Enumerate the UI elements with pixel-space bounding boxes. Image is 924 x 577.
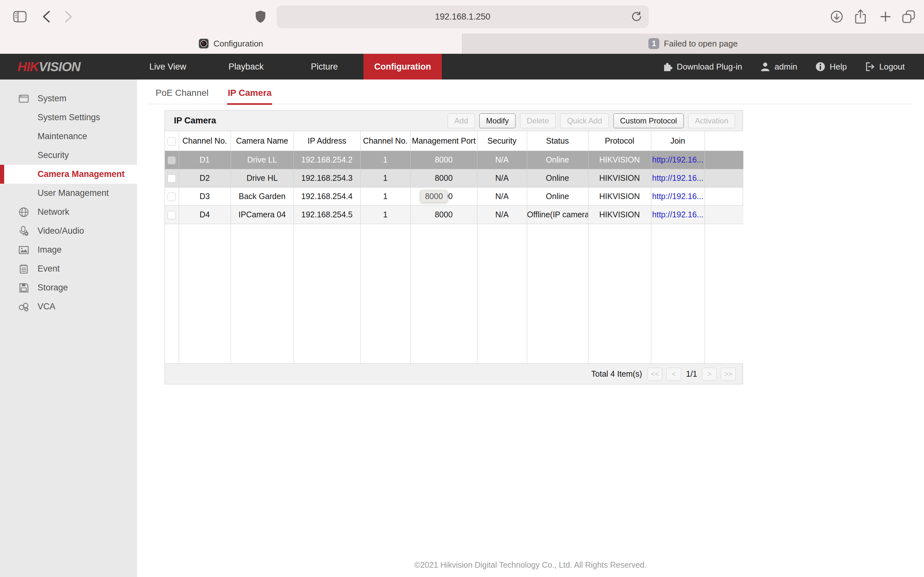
site-header: HIKVISION Live View Playback Picture Con…	[0, 54, 924, 79]
help-label: Help	[830, 62, 846, 72]
nav-live-view[interactable]: Live View	[129, 54, 207, 79]
sidebar-item-label: User Management	[37, 188, 109, 198]
total-items-label: Total 4 Item(s)	[591, 369, 642, 379]
sidebar-item-label: Maintenance	[37, 131, 87, 141]
select-all-checkbox[interactable]	[168, 137, 176, 145]
new-tab-icon[interactable]	[879, 10, 893, 24]
delete-button[interactable]: Delete	[520, 113, 556, 128]
logout-label: Logout	[879, 62, 905, 72]
download-plugin-button[interactable]: Download Plug-in	[662, 61, 742, 72]
sidebar-item-storage[interactable]: Storage	[0, 278, 137, 297]
user-icon	[760, 61, 771, 72]
nav-playback[interactable]: Playback	[207, 54, 285, 79]
sidebar-item-label: System	[37, 93, 66, 103]
logo-hik: HIK	[18, 60, 39, 74]
sidebar-item-security[interactable]: Security	[0, 146, 137, 165]
tab-overview-icon[interactable]	[901, 10, 916, 24]
back-icon[interactable]	[39, 10, 53, 24]
col-join: Join	[651, 131, 704, 151]
last-page-button[interactable]: >>	[721, 367, 736, 380]
ip-camera-table: Channel No. Camera Name IP Address Chann…	[165, 131, 743, 364]
user-menu[interactable]: admin	[760, 61, 797, 72]
tab-title: Configuration	[213, 39, 263, 49]
url-bar[interactable]: 192.168.1.250	[276, 5, 649, 28]
reload-icon[interactable]	[631, 11, 642, 23]
sidebar-item-camera-management[interactable]: Camera Management	[0, 165, 137, 184]
tab-configuration[interactable]: Configuration	[0, 34, 462, 53]
camera-link[interactable]: http://192.16...	[652, 210, 704, 219]
row-checkbox[interactable]	[168, 156, 176, 164]
empty-table-area	[165, 224, 743, 364]
sidebar-item-maintenance[interactable]: Maintenance	[0, 127, 137, 146]
table-row[interactable]: D2 Drive HL 192.168.254.3 1 8000 N/A Onl…	[165, 169, 743, 187]
system-icon	[18, 93, 29, 104]
sidebar-item-system-settings[interactable]: System Settings	[0, 108, 137, 127]
panel-header: IP Camera Add Modify Delete Quick Add Cu…	[165, 111, 743, 131]
forward-icon[interactable]	[61, 10, 76, 24]
ip-camera-panel: IP Camera Add Modify Delete Quick Add Cu…	[165, 110, 743, 384]
camera-link[interactable]: http://192.16...	[652, 192, 704, 201]
sidebar-item-image[interactable]: Image	[0, 240, 137, 259]
prev-page-button[interactable]: <	[666, 367, 681, 380]
activation-button[interactable]: Activation	[688, 113, 735, 128]
row-checkbox[interactable]	[168, 211, 176, 219]
table-row[interactable]: D1 Drive LL 192.168.254.2 1 8000 N/A Onl…	[165, 151, 743, 169]
col-ip-address: IP Address	[294, 131, 360, 151]
table-row[interactable]: D3 Back Garden 192.168.254.4 1 8000 N/A …	[165, 187, 743, 205]
plugin-icon	[662, 61, 672, 72]
help-button[interactable]: Help	[815, 61, 846, 72]
table-header-row: Channel No. Camera Name IP Address Chann…	[165, 131, 743, 151]
sidebar-item-user-management[interactable]: User Management	[0, 184, 137, 203]
sidebar-toggle-icon[interactable]	[13, 10, 27, 24]
col-channel-no-2: Channel No.	[360, 131, 410, 151]
event-icon	[18, 263, 29, 274]
tab-title: Failed to open page	[664, 39, 738, 49]
col-status: Status	[527, 131, 588, 151]
row-checkbox[interactable]	[168, 174, 176, 183]
col-security: Security	[477, 131, 527, 151]
add-button[interactable]: Add	[447, 113, 475, 128]
video-audio-icon	[18, 226, 29, 237]
nav-picture[interactable]: Picture	[285, 54, 363, 79]
header-actions: Download Plug-in admin Help Logout	[662, 54, 905, 79]
privacy-shield-icon[interactable]	[254, 10, 268, 24]
hikvision-logo: HIKVISION	[18, 54, 80, 79]
col-protocol: Protocol	[588, 131, 651, 151]
tab-ip-camera[interactable]: IP Camera	[227, 88, 272, 105]
tab-failed-page[interactable]: 1 Failed to open page	[462, 34, 924, 53]
modify-button[interactable]: Modify	[479, 113, 515, 128]
nav-configuration[interactable]: Configuration	[363, 54, 442, 79]
sidebar-item-label: Network	[37, 207, 69, 217]
browser-toolbar: 192.168.1.250	[0, 0, 924, 34]
first-page-button[interactable]: <<	[648, 367, 662, 380]
camera-link[interactable]: http://192.16...	[652, 155, 704, 164]
logout-icon	[865, 61, 875, 72]
logout-button[interactable]: Logout	[865, 61, 905, 72]
custom-protocol-button[interactable]: Custom Protocol	[614, 113, 684, 128]
info-icon	[815, 61, 825, 72]
row-checkbox[interactable]	[168, 193, 176, 201]
copyright-text: ©2021 Hikvision Digital Technology Co., …	[137, 560, 924, 570]
col-management-port: Management Port	[410, 131, 477, 151]
table-row[interactable]: D4 IPCamera 04 192.168.254.5 1 8000 N/A …	[165, 205, 743, 224]
next-page-button[interactable]: >	[702, 367, 717, 380]
panel-title: IP Camera	[174, 116, 216, 126]
url-text: 192.168.1.250	[435, 12, 491, 22]
tab-poe-channel[interactable]: PoE Channel	[155, 88, 209, 104]
sidebar-item-label: Storage	[37, 283, 68, 293]
sidebar-item-video-audio[interactable]: Video/Audio	[0, 221, 137, 240]
sidebar-item-network[interactable]: Network	[0, 203, 137, 221]
downloads-icon[interactable]	[830, 10, 844, 24]
sidebar-item-vca[interactable]: VCA	[0, 297, 137, 316]
network-icon	[18, 207, 29, 218]
quick-add-button[interactable]: Quick Add	[560, 113, 609, 128]
sidebar-item-system[interactable]: System	[0, 89, 137, 108]
col-camera-name: Camera Name	[231, 131, 294, 151]
camera-link[interactable]: http://192.16...	[652, 173, 704, 182]
share-icon[interactable]	[853, 10, 867, 24]
main-nav: Live View Playback Picture Configuration	[129, 54, 442, 79]
panel-footer: Total 4 Item(s) << < 1/1 > >>	[165, 364, 743, 384]
button-row: Add Modify Delete Quick Add Custom Proto…	[447, 113, 735, 128]
download-plugin-label: Download Plug-in	[677, 62, 742, 72]
sidebar-item-event[interactable]: Event	[0, 259, 137, 278]
